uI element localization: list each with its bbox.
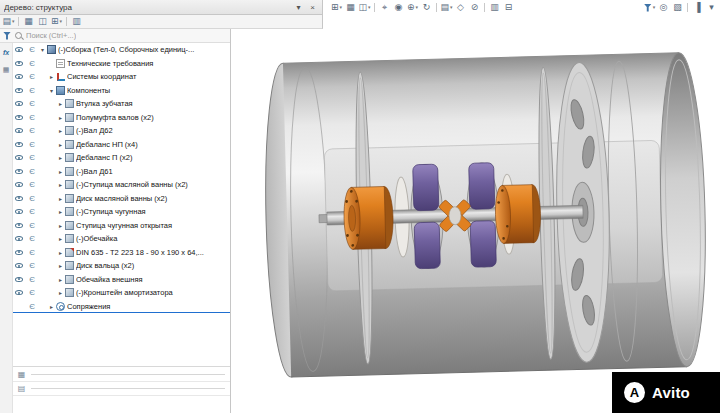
tree-item[interactable]: Є▸(-)Ступица чугунная <box>13 205 230 219</box>
relations-view-button[interactable]: ⊞▾ <box>50 16 63 28</box>
tree-item[interactable]: Є▸(-)Вал Д62 <box>13 124 230 138</box>
tree-item[interactable]: Є▸Сопряжения <box>13 300 230 314</box>
expander-icon[interactable]: ▸ <box>47 303 56 310</box>
tree-item[interactable]: Є▾(-)Сборка (Тел-0, Сборочных единиц-... <box>13 43 230 57</box>
tree-settings-button[interactable]: ▥ <box>70 16 83 28</box>
tree-item[interactable]: Є▸(-)Вал Д61 <box>13 165 230 179</box>
hide-components-button[interactable]: ⊘ <box>468 2 481 14</box>
visibility-toggle[interactable] <box>13 86 26 95</box>
component-state-icon[interactable]: Є <box>26 59 38 68</box>
expander-icon[interactable]: ▸ <box>56 168 65 175</box>
component-state-icon[interactable]: Є <box>26 234 38 243</box>
component-state-icon[interactable]: Є <box>26 153 38 162</box>
display-scheme-button[interactable]: ⊞▾ <box>330 2 343 14</box>
search-input[interactable]: Поиск (Ctrl+...) <box>26 31 76 40</box>
expander-icon[interactable]: ▸ <box>56 181 65 188</box>
visibility-toggle[interactable] <box>13 248 26 257</box>
panel-close-button[interactable]: × <box>307 3 318 12</box>
tree-item[interactable]: Є▸Дебаланс НП (x4) <box>13 138 230 152</box>
expander-icon[interactable]: ▾ <box>38 46 47 53</box>
tree-filter-icon[interactable] <box>3 32 11 40</box>
component-state-icon[interactable]: Є <box>26 194 38 203</box>
expander-icon[interactable]: ▸ <box>56 289 65 296</box>
component-state-icon[interactable]: Є <box>26 207 38 216</box>
tree-item[interactable]: Є▸Втулка зубчатая <box>13 97 230 111</box>
zoom-to-fit-button[interactable]: ⌖ <box>378 2 391 14</box>
tree-item[interactable]: Є▸(-)Ступица масляной ванны (x2) <box>13 178 230 192</box>
panel-menu-button[interactable]: ▾ <box>293 3 304 12</box>
component-state-icon[interactable]: Є <box>26 248 38 257</box>
visibility-toggle[interactable] <box>13 167 26 176</box>
tree-item[interactable]: Є▸Обечайка внешняя <box>13 273 230 287</box>
visibility-toggle[interactable] <box>13 113 26 122</box>
expander-icon[interactable]: ▸ <box>47 73 56 80</box>
tree-display-mode-button[interactable]: ▤▾ <box>2 16 15 28</box>
rotate-view-button[interactable]: ↻ <box>420 2 433 14</box>
component-state-icon[interactable]: Є <box>26 275 38 284</box>
composition-view-button[interactable]: ◫ <box>36 16 49 28</box>
tree-search-bar[interactable]: Поиск (Ctrl+...) <box>0 29 230 43</box>
3d-viewport[interactable] <box>231 15 720 413</box>
view-orientation-button[interactable]: ◫▾ <box>358 2 371 14</box>
visibility-toggle[interactable] <box>13 45 26 54</box>
visibility-toggle[interactable] <box>13 275 26 284</box>
collapse-ribbon-button[interactable]: ▾ <box>705 2 718 14</box>
expander-icon[interactable]: ▾ <box>47 87 56 94</box>
appearance-button[interactable]: ▧ <box>671 2 684 14</box>
visibility-toggle[interactable] <box>13 72 26 81</box>
visibility-toggle[interactable] <box>13 288 26 297</box>
visibility-toggle[interactable] <box>13 180 26 189</box>
expander-icon[interactable]: ▸ <box>56 235 65 242</box>
expander-icon[interactable]: ▸ <box>56 249 65 256</box>
shaded-display-button[interactable]: ▤▾ <box>440 2 453 14</box>
visibility-toggle[interactable] <box>13 194 26 203</box>
tree-item[interactable]: ЄТехнические требования <box>13 57 230 71</box>
component-state-icon[interactable]: Є <box>26 140 38 149</box>
component-state-icon[interactable]: Є <box>26 113 38 122</box>
measure-button[interactable]: ⊟ <box>502 2 515 14</box>
tree-item[interactable]: Є▸(-)Обечайка <box>13 232 230 246</box>
tree-item[interactable]: Є▸Дебаланс П (x2) <box>13 151 230 165</box>
component-state-icon[interactable]: Є <box>26 126 38 135</box>
structure-view-button[interactable]: ▦ <box>22 16 35 28</box>
visibility-toggle[interactable] <box>13 140 26 149</box>
expander-icon[interactable]: ▸ <box>56 127 65 134</box>
expander-icon[interactable]: ▸ <box>56 114 65 121</box>
visibility-toggle[interactable] <box>13 261 26 270</box>
docked-panel-tab[interactable]: ▦ <box>13 368 230 382</box>
visibility-options-button[interactable]: ◎ <box>657 2 670 14</box>
tree-item[interactable]: Є▸DIN 635 - T2 223 18 - 90 x 190 x 64,..… <box>13 246 230 260</box>
visibility-toggle[interactable] <box>13 153 26 162</box>
expander-icon[interactable]: ▸ <box>56 276 65 283</box>
component-state-icon[interactable]: Є <box>26 221 38 230</box>
expander-icon[interactable]: ▸ <box>56 222 65 229</box>
expander-icon[interactable]: ▸ <box>56 100 65 107</box>
tree-item[interactable]: Є▸Диск масляной ванны (x2) <box>13 192 230 206</box>
visibility-toggle[interactable] <box>13 221 26 230</box>
section-view-button[interactable]: ▥ <box>488 2 501 14</box>
expander-icon[interactable]: ▸ <box>56 141 65 148</box>
fx-functions-button[interactable]: fx <box>1 46 12 58</box>
expander-icon[interactable]: ▸ <box>56 154 65 161</box>
docked-panel-tab[interactable]: ▤ <box>13 382 230 396</box>
model-structure-button[interactable]: ▦ <box>344 2 357 14</box>
tree-item[interactable]: Є▸Системы координат <box>13 70 230 84</box>
tree-item[interactable]: Є▸Полумуфта валов (x2) <box>13 111 230 125</box>
tree-item[interactable]: Є▸Ступица чугунная открытая <box>13 219 230 233</box>
component-state-icon[interactable]: Є <box>26 86 38 95</box>
wireframe-display-button[interactable]: ◇ <box>454 2 467 14</box>
expander-icon[interactable]: ▸ <box>56 195 65 202</box>
component-state-icon[interactable]: Є <box>26 45 38 54</box>
expander-icon[interactable]: ▸ <box>56 262 65 269</box>
visibility-toggle[interactable] <box>13 207 26 216</box>
workspace-panels-button[interactable]: ▐ <box>691 2 704 14</box>
panel-right-divider[interactable] <box>230 29 231 413</box>
component-state-icon[interactable]: Є <box>26 261 38 270</box>
tree-item[interactable]: Є▾Компоненты <box>13 84 230 98</box>
component-state-icon[interactable]: Є <box>26 302 38 311</box>
zoom-area-button[interactable]: ◉ <box>392 2 405 14</box>
visibility-toggle[interactable] <box>13 59 26 68</box>
tree-item[interactable]: Є▸(-)Кронштейн амортизатора <box>13 286 230 300</box>
visibility-toggle[interactable] <box>13 234 26 243</box>
component-state-icon[interactable]: Є <box>26 180 38 189</box>
